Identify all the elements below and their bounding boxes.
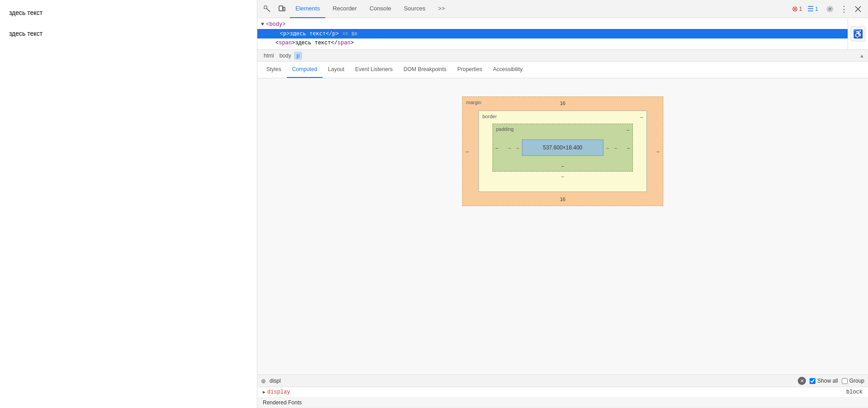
property-row-display: ▶ display block xyxy=(257,387,868,398)
dom-tree: ▼ <body> ··· <p>здесь текст</p> == $0 <s… xyxy=(257,18,848,49)
margin-bottom-value[interactable]: 16 xyxy=(560,197,565,202)
show-all-checkbox-label[interactable]: Show all xyxy=(810,378,838,384)
svg-rect-0 xyxy=(264,6,267,9)
tab-accessibility[interactable]: Accessibility xyxy=(487,62,528,78)
webpage-text-2: здесь текст xyxy=(9,30,248,37)
body-tag: <body> xyxy=(266,20,285,29)
content-box[interactable]: 537.600×18.400 xyxy=(522,139,603,156)
content-size: 537.600×18.400 xyxy=(543,144,582,151)
padding-label: padding xyxy=(496,126,514,132)
box-model-area: margin 16 – 16 – border – padding – – – … xyxy=(257,78,868,374)
padding-bottom-value[interactable]: – xyxy=(561,163,564,168)
border-right-dash: – xyxy=(612,145,620,150)
settings-icon[interactable] xyxy=(824,3,836,15)
border-box: border – padding – – – – – – xyxy=(478,110,647,192)
svg-point-4 xyxy=(829,8,831,10)
property-triangle-icon[interactable]: ▶ xyxy=(263,389,265,395)
breadcrumb-p[interactable]: p xyxy=(294,52,303,60)
margin-right-value[interactable]: – xyxy=(656,149,659,154)
rendered-fonts-label: Rendered Fonts xyxy=(263,399,302,406)
border-left-dash: – xyxy=(506,145,514,150)
tab-more[interactable]: >> xyxy=(433,0,450,18)
tab-dom-breakpoints[interactable]: DOM Breakpoints xyxy=(398,62,452,78)
svg-rect-3 xyxy=(283,7,285,11)
property-name-display[interactable]: display xyxy=(267,389,846,395)
show-all-label: Show all xyxy=(817,378,838,384)
dom-tree-container: ▼ <body> ··· <p>здесь текст</p> == $0 <s… xyxy=(257,18,868,50)
padding-right-value[interactable]: – xyxy=(627,145,630,150)
breadcrumb-body[interactable]: body xyxy=(277,52,294,60)
tab-console[interactable]: Console xyxy=(364,0,397,18)
webpage-text-1: здесь текст xyxy=(9,9,248,16)
dom-p-line[interactable]: ··· <p>здесь текст</p> == $0 xyxy=(257,29,848,38)
more-options-icon[interactable]: ⋮ xyxy=(838,4,850,14)
webpage-panel: здесь текст здесь текст xyxy=(0,0,257,408)
sub-tabs: Styles Computed Layout Event Listeners D… xyxy=(257,62,868,78)
error-badge[interactable]: ⊗ 1 xyxy=(792,5,802,13)
properties-area: ▶ display block Rendered Fonts xyxy=(257,387,868,408)
padding-left-outer-dash: – xyxy=(514,145,522,150)
dom-body-line[interactable]: ▼ <body> xyxy=(257,20,848,29)
padding-top-value[interactable]: – xyxy=(627,127,629,132)
tab-layout[interactable]: Layout xyxy=(323,62,350,78)
breadcrumb-scroll-indicator: ▲ xyxy=(859,52,864,59)
tab-recorder[interactable]: Recorder xyxy=(327,0,362,18)
info-badge[interactable]: ☰ 1 xyxy=(807,5,818,13)
inspect-element-icon[interactable] xyxy=(261,3,274,15)
info-count: 1 xyxy=(815,6,818,12)
device-toggle-icon[interactable] xyxy=(275,3,288,15)
tab-sources[interactable]: Sources xyxy=(398,0,431,18)
group-label: Group xyxy=(849,378,864,384)
dots-icon[interactable]: ··· xyxy=(261,30,270,38)
padding-box: padding – – – – – – 537.600×18.400 – xyxy=(492,124,633,172)
border-bottom-value: – xyxy=(492,173,633,179)
show-all-checkbox[interactable] xyxy=(810,378,815,384)
breadcrumb-html[interactable]: html xyxy=(261,52,277,60)
info-icon: ☰ xyxy=(807,5,814,13)
devtools-toolbar: Elements Recorder Console Sources >> ⊗ 1… xyxy=(257,0,868,18)
accessibility-toggle-area: ♿ xyxy=(848,18,868,49)
tab-computed[interactable]: Computed xyxy=(287,62,323,78)
p-tag-open: <p>здесь текст</p> xyxy=(280,29,339,38)
svg-rect-2 xyxy=(279,6,283,11)
tab-elements[interactable]: Elements xyxy=(290,0,325,18)
accessibility-icon-btn[interactable]: ♿ xyxy=(851,27,865,41)
filter-icon: ⊛ xyxy=(261,378,266,384)
padding-right-outer-dash: – xyxy=(603,145,612,150)
filter-input[interactable] xyxy=(270,378,794,384)
group-checkbox[interactable] xyxy=(842,378,848,384)
margin-box: margin 16 – 16 – border – padding – – – … xyxy=(462,96,664,206)
clear-filter-button[interactable]: ✕ xyxy=(798,377,806,385)
devtools-panel: Elements Recorder Console Sources >> ⊗ 1… xyxy=(257,0,868,408)
dollar0-badge: == $0 xyxy=(342,30,357,38)
collapse-triangle-icon[interactable]: ▼ xyxy=(261,20,264,29)
rendered-fonts-section: Rendered Fonts xyxy=(257,398,868,408)
filter-bar: ⊛ ✕ Show all Group xyxy=(257,374,868,387)
margin-left-value[interactable]: – xyxy=(466,149,469,154)
margin-top-value[interactable]: 16 xyxy=(560,101,565,106)
border-top-value[interactable]: – xyxy=(640,114,643,120)
error-count: 1 xyxy=(799,6,802,12)
margin-label: margin xyxy=(466,100,482,105)
svg-line-1 xyxy=(267,9,270,12)
tab-styles[interactable]: Styles xyxy=(261,62,287,78)
span-tag: <span>здесь текст</span> xyxy=(275,39,354,47)
group-checkbox-label[interactable]: Group xyxy=(842,378,864,384)
tab-event-listeners[interactable]: Event Listeners xyxy=(350,62,398,78)
breadcrumb: html body p ▲ xyxy=(257,50,868,62)
content-row: – – 537.600×18.400 – – xyxy=(506,139,620,156)
padding-left-value[interactable]: – xyxy=(496,145,498,150)
error-icon: ⊗ xyxy=(792,5,798,13)
box-model: margin 16 – 16 – border – padding – – – … xyxy=(462,96,664,206)
border-label: border xyxy=(482,114,497,119)
close-icon[interactable] xyxy=(852,3,864,15)
dom-span-line[interactable]: <span>здесь текст</span> xyxy=(257,38,848,48)
tab-properties[interactable]: Properties xyxy=(452,62,488,78)
property-value-display: block xyxy=(846,389,863,395)
